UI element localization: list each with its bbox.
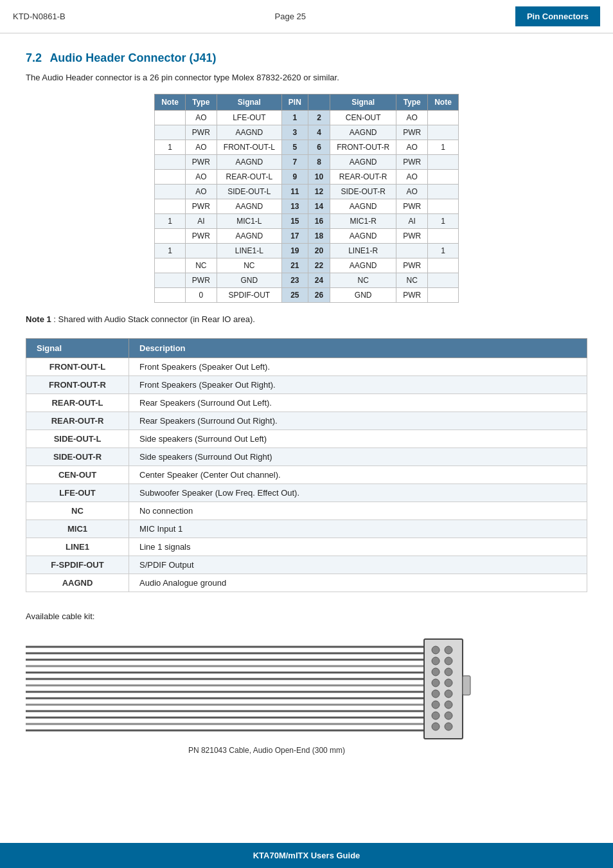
desc-table-row: LFE-OUTSubwoofer Speaker (Low Freq. Effe… [26, 484, 587, 502]
desc-table-row: SIDE-OUT-LSide speakers (Surround Out Le… [26, 430, 587, 448]
svg-point-25 [432, 701, 440, 709]
svg-point-21 [432, 679, 440, 687]
pin-table-row: PWRAAGND34AAGNDPWR [155, 125, 459, 140]
page-footer: KTA70M/mITX Users Guide [0, 843, 613, 868]
svg-point-15 [432, 646, 440, 654]
intro-paragraph: The Audio Header connector is a 26 pin c… [26, 73, 587, 82]
cable-caption-text: PN 821043 Cable, Audio Open-End (300 mm) [188, 746, 345, 755]
svg-point-29 [432, 723, 440, 730]
section-heading: 7.2 Audio Header Connector (J41) [26, 51, 587, 65]
svg-point-24 [445, 690, 452, 698]
col-type-l: Type [185, 95, 217, 111]
footer-text: KTA70M/mITX Users Guide [253, 851, 360, 860]
svg-point-17 [432, 657, 440, 665]
pin-table-row: PWRAAGND1314AAGNDPWR [155, 199, 459, 214]
main-content: 7.2 Audio Header Connector (J41) The Aud… [0, 33, 613, 811]
note1-paragraph: Note 1 : Shared with Audio Stack connect… [26, 314, 587, 324]
signal-desc-table: Signal Description FRONT-OUT-LFront Spea… [26, 338, 587, 592]
cable-wires [26, 639, 470, 739]
header-doc-id: KTD-N0861-B [13, 12, 66, 21]
pin-table-row: NCNC2122AAGNDPWR [155, 258, 459, 273]
desc-table-row: AAGNDAudio Analogue ground [26, 574, 587, 592]
svg-rect-31 [463, 676, 470, 695]
header-section-title: Pin Connectors [515, 6, 600, 26]
pin-connector-table: Note Type Signal PIN Signal Type Note AO… [154, 94, 459, 303]
svg-point-22 [445, 679, 452, 687]
svg-point-20 [445, 668, 452, 676]
pin-table-row: AOLFE-OUT12CEN-OUTAO [155, 111, 459, 125]
col-pin-l: PIN [281, 95, 308, 111]
pin-table-row: 1AOFRONT-OUT-L56FRONT-OUT-RAO1 [155, 140, 459, 155]
desc-table-row: FRONT-OUT-LFront Speakers (Speaker Out L… [26, 358, 587, 376]
section-number: 7.2 [26, 51, 42, 64]
col-type-r: Type [396, 95, 428, 111]
desc-col-desc: Description [129, 339, 587, 358]
pin-table-row: PWRGND2324NCNC [155, 273, 459, 288]
pin-table-row: 1LINE1-L1920LINE1-R1 [155, 244, 459, 258]
desc-table-row: MIC1MIC Input 1 [26, 520, 587, 538]
desc-table-row: FRONT-OUT-RFront Speakers (Speaker Out R… [26, 376, 587, 394]
desc-table-row: CEN-OUTCenter Speaker (Center Out channe… [26, 466, 587, 484]
col-signal-l: Signal [217, 95, 281, 111]
desc-table-row: NCNo connection [26, 502, 587, 520]
svg-point-19 [432, 668, 440, 676]
col-note-l: Note [155, 95, 186, 111]
desc-table-row: LINE1Line 1 signals [26, 538, 587, 556]
pin-table-row: 1AIMIC1-L1516MIC1-RAI1 [155, 214, 459, 229]
cable-kit-section: Available cable kit: [26, 611, 587, 756]
col-note-r: Note [428, 95, 459, 111]
header-page-num: Page 25 [275, 12, 306, 21]
pin-table-row: AOSIDE-OUT-L1112SIDE-OUT-RAO [155, 185, 459, 199]
pin-table-row: AOREAR-OUT-L910REAR-OUT-RAO [155, 170, 459, 185]
pin-table-row: PWRAAGND1718AAGNDPWR [155, 229, 459, 244]
col-signal-r: Signal [330, 95, 396, 111]
pin-table-wrapper: Note Type Signal PIN Signal Type Note AO… [26, 94, 587, 303]
desc-table-row: REAR-OUT-RRear Speakers (Surround Out Ri… [26, 412, 587, 430]
svg-point-27 [432, 712, 440, 719]
pin-table-row: 0SPDIF-OUT2526GNDPWR [155, 288, 459, 303]
note1-text: : Shared with Audio Stack connector (in … [53, 314, 255, 324]
svg-rect-14 [424, 639, 463, 739]
cable-illustration: PN 821043 Cable, Audio Open-End (300 mm) [26, 628, 587, 756]
svg-point-16 [445, 646, 452, 654]
desc-table-row: SIDE-OUT-RSide speakers (Surround Out Ri… [26, 448, 587, 466]
desc-col-signal: Signal [26, 339, 129, 358]
desc-table-row: F-SPDIF-OUTS/PDIF Output [26, 556, 587, 574]
svg-point-18 [445, 657, 452, 665]
cable-kit-label: Available cable kit: [26, 611, 587, 621]
svg-point-30 [445, 723, 452, 730]
desc-table-row: REAR-OUT-LRear Speakers (Surround Out Le… [26, 394, 587, 412]
section-title: Audio Header Connector (J41) [49, 51, 216, 64]
col-pin-r [308, 95, 330, 111]
svg-point-28 [445, 712, 452, 719]
svg-point-26 [445, 701, 452, 709]
note1-label: Note 1 [26, 314, 51, 324]
pin-table-row: PWRAAGND78AAGNDPWR [155, 155, 459, 170]
cable-svg: PN 821043 Cable, Audio Open-End (300 mm) [26, 628, 508, 756]
page-header: KTD-N0861-B Page 25 Pin Connectors [0, 0, 613, 33]
svg-point-23 [432, 690, 440, 698]
